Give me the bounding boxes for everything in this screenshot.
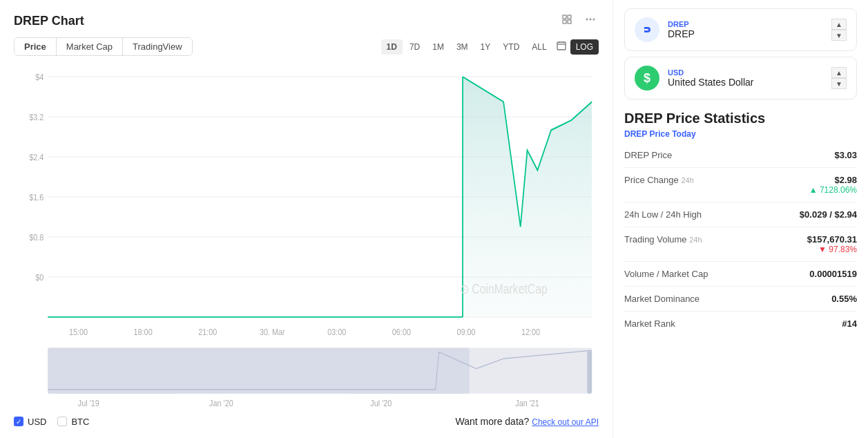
- api-text: Want more data? Check out our API: [456, 416, 599, 427]
- stat-row-price: DREP Price $3.03: [624, 143, 857, 168]
- stat-row-lowhigh: 24h Low / 24h High $0.029 / $2.94: [624, 202, 857, 227]
- stats-title: DREP Price Statistics: [624, 111, 857, 126]
- right-panel: DREP DREP ▲ ▼ $ USD United States Dollar…: [613, 0, 868, 438]
- svg-text:$3.2: $3.2: [29, 112, 44, 122]
- api-text-static: Want more data?: [456, 416, 532, 427]
- svg-rect-1: [568, 15, 571, 19]
- calendar-icon[interactable]: [554, 38, 569, 56]
- stat-row-rank: Market Rank #14: [624, 312, 857, 336]
- svg-text:Jan '20: Jan '20: [209, 398, 233, 408]
- btc-label: BTC: [71, 417, 89, 427]
- time-1y[interactable]: 1Y: [475, 39, 496, 55]
- usd-currency-info: USD United States Dollar: [668, 68, 823, 88]
- time-ytd[interactable]: YTD: [497, 39, 525, 55]
- usd-ticker: USD: [668, 68, 823, 77]
- svg-text:06:00: 06:00: [392, 327, 411, 337]
- stat-row-change: Price Change 24h $2.98 ▲ 7128.06%: [624, 168, 857, 202]
- stat-label-volcap: Volume / Market Cap: [624, 269, 708, 279]
- stat-value-lowhigh: $0.029 / $2.94: [800, 209, 857, 220]
- svg-point-4: [586, 19, 588, 21]
- stat-change-negative-volume: ▼ 97.83%: [807, 245, 857, 254]
- stat-label-lowhigh: 24h Low / 24h High: [624, 209, 702, 220]
- btc-toggle[interactable]: BTC: [57, 417, 89, 427]
- usd-icon: $: [635, 66, 659, 91]
- currency-toggles: USD BTC: [14, 417, 89, 427]
- svg-text:$0.8: $0.8: [29, 232, 44, 242]
- stat-value-price: $3.03: [834, 150, 857, 160]
- svg-rect-40: [587, 350, 592, 394]
- drep-currency-card: DREP DREP ▲ ▼: [624, 8, 857, 51]
- time-7d[interactable]: 7D: [404, 39, 425, 55]
- chart-tabs: Price Market Cap TradingView: [14, 37, 193, 56]
- stat-label-change: Price Change 24h: [624, 175, 694, 185]
- stat-label-price: DREP Price: [624, 150, 672, 160]
- stat-row-volume: Trading Volume 24h $157,670.31 ▼ 97.83%: [624, 227, 857, 262]
- svg-text:Jul '19: Jul '19: [78, 398, 99, 408]
- drep-name: DREP: [668, 28, 823, 39]
- more-icon[interactable]: [582, 11, 599, 30]
- svg-rect-2: [563, 20, 566, 23]
- stat-change-positive: ▲ 7128.06%: [809, 185, 857, 195]
- stat-row-volcap: Volume / Market Cap 0.00001519: [624, 262, 857, 287]
- svg-text:Jan '21: Jan '21: [515, 398, 539, 408]
- btc-checkbox[interactable]: [57, 417, 67, 426]
- svg-text:$2.4: $2.4: [29, 152, 44, 162]
- main-panel: DREP Chart Price Marke: [0, 0, 613, 438]
- drep-stepper-up[interactable]: ▲: [831, 19, 847, 30]
- header-icon-group: [559, 11, 599, 30]
- drep-stepper[interactable]: ▲ ▼: [831, 19, 847, 41]
- stat-value-change: $2.98: [809, 175, 857, 185]
- tab-toolbar: Price Market Cap TradingView 1D 7D 1M 3M…: [14, 37, 599, 56]
- usd-stepper-down[interactable]: ▼: [831, 78, 847, 89]
- api-link[interactable]: Check out our API: [532, 417, 599, 427]
- svg-rect-35: [48, 347, 470, 393]
- tab-price[interactable]: Price: [15, 38, 57, 55]
- drep-ticker: DREP: [668, 20, 823, 28]
- stat-value-rank: #14: [842, 318, 857, 329]
- stat-value-volcap: 0.00001519: [809, 269, 857, 279]
- stat-label-dominance: Market Dominance: [624, 294, 700, 304]
- svg-rect-7: [557, 42, 566, 50]
- time-1d[interactable]: 1D: [381, 39, 403, 55]
- stats-subtitle: DREP Price Today: [624, 129, 857, 139]
- stat-label-volume: Trading Volume 24h: [624, 234, 702, 245]
- svg-text:21:00: 21:00: [198, 327, 217, 337]
- drep-stepper-down[interactable]: ▼: [831, 30, 847, 41]
- svg-text:09:00: 09:00: [456, 327, 475, 337]
- svg-rect-0: [563, 15, 566, 19]
- svg-text:18:00: 18:00: [134, 327, 153, 337]
- chart-title: DREP Chart: [14, 14, 84, 28]
- usd-checkbox[interactable]: [14, 417, 23, 426]
- tab-marketcap[interactable]: Market Cap: [57, 38, 123, 55]
- usd-stepper-up[interactable]: ▲: [831, 67, 847, 78]
- time-all[interactable]: ALL: [526, 39, 552, 55]
- usd-label: USD: [28, 417, 46, 427]
- tab-tradingview[interactable]: TradingView: [123, 38, 192, 55]
- stat-row-dominance: Market Dominance 0.55%: [624, 287, 857, 312]
- expand-icon[interactable]: [559, 11, 575, 30]
- svg-rect-3: [568, 20, 571, 23]
- svg-text:$0: $0: [35, 272, 44, 283]
- svg-text:12:00: 12:00: [521, 327, 540, 337]
- svg-text:15:00: 15:00: [69, 327, 88, 337]
- stat-value-dominance: 0.55%: [831, 294, 857, 304]
- usd-toggle[interactable]: USD: [14, 417, 46, 427]
- stat-value-volume: $157,670.31: [807, 234, 857, 245]
- svg-point-5: [590, 19, 592, 21]
- bottom-controls: USD BTC Want more data? Check out our AP…: [14, 416, 599, 427]
- stat-label-rank: Market Rank: [624, 318, 675, 329]
- time-1m[interactable]: 1M: [427, 39, 450, 55]
- svg-text:30. Mar: 30. Mar: [260, 327, 285, 337]
- svg-text:$1.6: $1.6: [29, 192, 44, 202]
- drep-icon: [635, 17, 659, 42]
- svg-text:Jul '20: Jul '20: [370, 398, 392, 408]
- usd-name: United States Dollar: [668, 77, 823, 88]
- usd-stepper[interactable]: ▲ ▼: [831, 67, 847, 89]
- time-3m[interactable]: 3M: [451, 39, 474, 55]
- svg-text:$4: $4: [35, 72, 44, 82]
- svg-text:⊙ CoinMarketCap: ⊙ CoinMarketCap: [460, 281, 548, 296]
- svg-rect-42: [644, 29, 648, 30]
- chart-header: DREP Chart: [14, 11, 599, 30]
- usd-currency-card: $ USD United States Dollar ▲ ▼: [624, 57, 857, 99]
- time-log[interactable]: LOG: [570, 39, 599, 55]
